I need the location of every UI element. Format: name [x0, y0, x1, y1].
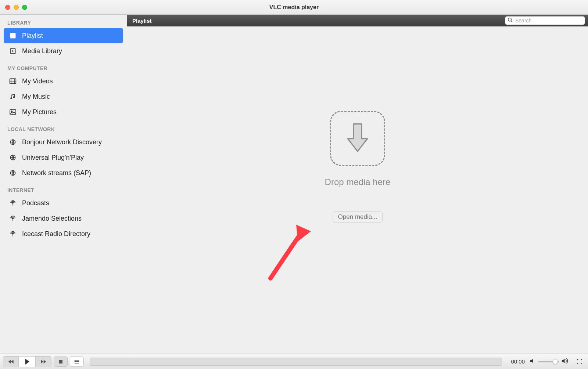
- window-title: VLC media player: [0, 4, 588, 11]
- sidebar-item-my-music[interactable]: My Music: [4, 89, 123, 104]
- svg-point-17: [508, 18, 512, 21]
- svg-line-19: [270, 234, 301, 278]
- sidebar-item-playlist[interactable]: Playlist: [4, 28, 123, 43]
- pictures-icon: [9, 108, 17, 116]
- sidebar-item-label: Media Library: [22, 47, 62, 55]
- sidebar-item-label: My Videos: [22, 77, 53, 85]
- play-button[interactable]: [19, 357, 36, 367]
- drop-media-text: Drop media here: [325, 177, 391, 187]
- minimize-window-button[interactable]: [14, 5, 19, 10]
- drop-zone-box: [330, 111, 385, 166]
- svg-point-7: [11, 111, 12, 112]
- sidebar-item-label: Universal Plug'n'Play: [22, 154, 84, 162]
- sidebar-item-my-pictures[interactable]: My Pictures: [4, 104, 123, 120]
- sidebar-item-upnp[interactable]: Universal Plug'n'Play: [4, 150, 123, 165]
- fullscreen-button[interactable]: [574, 357, 585, 367]
- volume-mute-icon[interactable]: [530, 358, 536, 365]
- seek-bar[interactable]: [90, 358, 502, 366]
- content-header-title: Playlist: [132, 18, 152, 24]
- svg-marker-30: [530, 359, 533, 363]
- volume-control: [530, 358, 569, 365]
- titlebar: VLC media player: [0, 0, 588, 15]
- videos-icon: [9, 77, 17, 85]
- playback-controls: 00:00: [0, 354, 588, 369]
- sidebar-item-label: My Music: [22, 93, 50, 101]
- podcast-icon: [9, 214, 17, 223]
- close-window-button[interactable]: [5, 5, 10, 10]
- search-field-wrap[interactable]: [505, 16, 585, 25]
- sidebar-section-library-label: LIBRARY: [0, 16, 127, 28]
- playlist-toggle-button[interactable]: [70, 357, 84, 367]
- sidebar-item-label: Playlist: [22, 32, 43, 40]
- sidebar-item-jamendo[interactable]: Jamendo Selections: [4, 211, 123, 226]
- sidebar-item-podcasts[interactable]: Podcasts: [4, 195, 123, 211]
- content-header: Playlist: [127, 15, 588, 26]
- sidebar-item-label: My Pictures: [22, 108, 57, 116]
- svg-point-13: [12, 218, 14, 219]
- next-button[interactable]: [36, 357, 51, 367]
- svg-marker-31: [562, 359, 565, 363]
- sidebar-item-label: Network streams (SAP): [22, 169, 91, 177]
- sidebar-item-icecast[interactable]: Icecast Radio Directory: [4, 226, 123, 242]
- sidebar-item-label: Bonjour Network Discovery: [22, 138, 102, 146]
- svg-marker-22: [11, 359, 14, 363]
- search-icon: [508, 17, 513, 24]
- sidebar-section-localnetwork-label: LOCAL NETWORK: [0, 120, 127, 134]
- sidebar-section-mycomputer-label: MY COMPUTER: [0, 59, 127, 73]
- sidebar-item-label: Icecast Radio Directory: [22, 230, 90, 238]
- sidebar-item-label: Podcasts: [22, 199, 49, 207]
- stop-button[interactable]: [54, 357, 68, 367]
- music-icon: [9, 93, 17, 101]
- svg-marker-21: [8, 359, 11, 363]
- window-traffic-lights: [5, 5, 27, 10]
- drop-zone: Drop media here Open media...: [325, 111, 391, 223]
- sidebar-item-label: Jamendo Selections: [22, 215, 82, 223]
- podcast-icon: [9, 199, 17, 207]
- svg-marker-24: [41, 359, 43, 363]
- annotation-arrow: [264, 220, 315, 283]
- sidebar-item-my-videos[interactable]: My Videos: [4, 73, 123, 89]
- svg-rect-26: [59, 360, 62, 363]
- zoom-window-button[interactable]: [22, 5, 27, 10]
- arrow-down-icon: [346, 121, 369, 156]
- playlist-icon: [9, 32, 17, 40]
- time-elapsed: 00:00: [511, 358, 525, 365]
- volume-slider[interactable]: [538, 361, 559, 362]
- svg-marker-23: [25, 359, 29, 365]
- sidebar-item-sap[interactable]: Network streams (SAP): [4, 165, 123, 181]
- sidebar: LIBRARY Playlist Media Library MY COMPUT…: [0, 15, 127, 354]
- sidebar-section-internet-label: INTERNET: [0, 181, 127, 195]
- podcast-icon: [9, 230, 17, 238]
- sidebar-item-media-library[interactable]: Media Library: [4, 43, 123, 59]
- svg-rect-6: [10, 110, 16, 115]
- transport-button-group: [3, 356, 51, 367]
- previous-button[interactable]: [3, 357, 19, 367]
- volume-max-icon[interactable]: [562, 358, 569, 365]
- main-area: LIBRARY Playlist Media Library MY COMPUT…: [0, 15, 588, 354]
- globe-icon: [9, 138, 17, 146]
- svg-marker-25: [44, 359, 46, 363]
- search-input[interactable]: [515, 18, 582, 23]
- content-pane: Playlist Drop med: [127, 15, 588, 354]
- globe-icon: [9, 169, 17, 177]
- playlist-drop-area[interactable]: Drop media here Open media...: [127, 26, 588, 354]
- svg-marker-20: [296, 225, 311, 242]
- svg-point-15: [12, 233, 14, 234]
- svg-point-11: [12, 202, 14, 203]
- open-media-button[interactable]: Open media...: [333, 211, 383, 223]
- volume-thumb[interactable]: [553, 359, 558, 364]
- svg-line-18: [511, 21, 512, 22]
- sidebar-item-bonjour[interactable]: Bonjour Network Discovery: [4, 134, 123, 150]
- media-library-icon: [9, 47, 17, 55]
- globe-icon: [9, 153, 17, 162]
